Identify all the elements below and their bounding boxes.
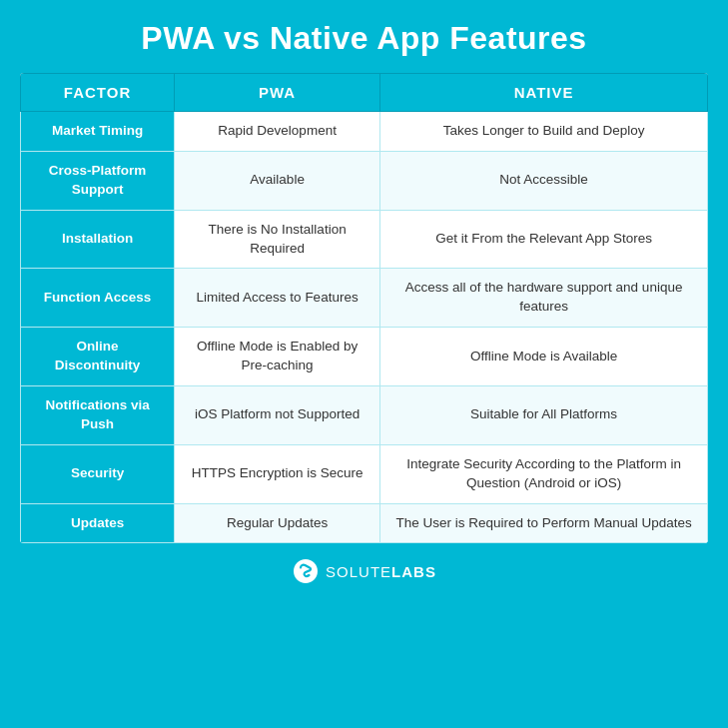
- col-header-pwa: PWA: [175, 74, 380, 112]
- cell-factor: Market Timing: [21, 112, 175, 152]
- brand-logo: SOLUTELABS: [292, 557, 436, 585]
- cell-factor: Function Access: [21, 269, 175, 328]
- footer: SOLUTELABS: [292, 557, 436, 585]
- cell-factor: Online Discontinuity: [21, 328, 175, 386]
- table-row: InstallationThere is No Installation Req…: [21, 210, 708, 269]
- cell-pwa: Offline Mode is Enabled by Pre-caching: [175, 328, 380, 386]
- cell-native: Get it From the Relevant App Stores: [380, 210, 708, 269]
- cell-native: Suitable for All Platforms: [380, 386, 708, 445]
- table-row: SecurityHTTPS Encryption is SecureIntegr…: [21, 444, 708, 503]
- cell-factor: Cross-Platform Support: [21, 151, 175, 210]
- solute-labs-icon: [292, 557, 320, 585]
- comparison-table: FACTOR PWA NATIVE Market TimingRapid Dev…: [20, 73, 708, 543]
- table-row: Cross-Platform SupportAvailableNot Acces…: [21, 151, 708, 210]
- cell-pwa: HTTPS Encryption is Secure: [175, 444, 380, 503]
- col-header-native: NATIVE: [380, 74, 708, 112]
- cell-pwa: Regular Updates: [175, 503, 380, 543]
- cell-native: Takes Longer to Build and Deploy: [380, 112, 708, 152]
- table-row: Notifications via PushiOS Platform not S…: [21, 386, 708, 445]
- cell-factor: Updates: [21, 503, 175, 543]
- cell-factor: Security: [21, 444, 175, 503]
- cell-native: Access all of the hardware support and u…: [380, 269, 708, 328]
- cell-pwa: There is No Installation Required: [175, 210, 380, 269]
- footer-brand-text: SOLUTELABS: [326, 563, 436, 580]
- cell-native: Offline Mode is Available: [380, 328, 708, 386]
- table-row: Market TimingRapid DevelopmentTakes Long…: [21, 112, 708, 152]
- cell-pwa: Available: [175, 151, 380, 210]
- page-title: PWA vs Native App Features: [141, 20, 586, 57]
- cell-pwa: iOS Platform not Supported: [175, 386, 380, 445]
- col-header-factor: FACTOR: [21, 74, 175, 112]
- table-row: Function AccessLimited Access to Feature…: [21, 269, 708, 328]
- cell-native: Not Accessible: [380, 151, 708, 210]
- cell-pwa: Limited Access to Features: [175, 269, 380, 328]
- cell-factor: Installation: [21, 210, 175, 269]
- cell-factor: Notifications via Push: [21, 386, 175, 445]
- table-row: UpdatesRegular UpdatesThe User is Requir…: [21, 503, 708, 543]
- cell-native: The User is Required to Perform Manual U…: [380, 503, 708, 543]
- cell-pwa: Rapid Development: [175, 112, 380, 152]
- cell-native: Integrate Security According to the Plat…: [380, 444, 708, 503]
- table-row: Online DiscontinuityOffline Mode is Enab…: [21, 328, 708, 386]
